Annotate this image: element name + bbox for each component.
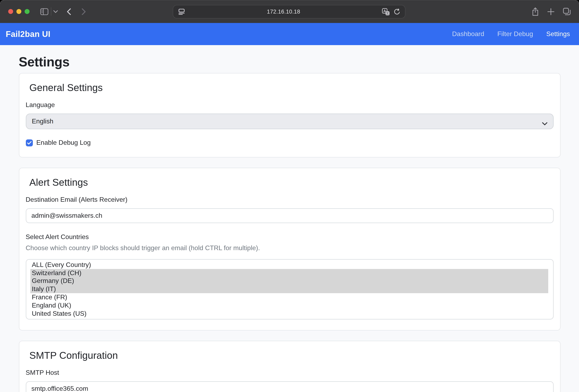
page-settings-icon[interactable] xyxy=(178,9,185,15)
alert-countries-listbox[interactable]: ALL (Every Country) Switzerland (CH) Ger… xyxy=(26,259,553,319)
destination-email-input[interactable] xyxy=(26,208,553,223)
chevron-down-icon[interactable] xyxy=(53,0,58,23)
zoom-window-button[interactable] xyxy=(25,9,30,14)
translate-icon[interactable]: A 文 xyxy=(382,8,390,15)
nav-link-filter-debug[interactable]: Filter Debug xyxy=(494,27,536,41)
close-window-button[interactable] xyxy=(8,9,13,14)
window-controls xyxy=(8,9,30,14)
share-icon[interactable] xyxy=(532,7,539,16)
country-option[interactable]: Germany (DE) xyxy=(30,277,548,285)
country-option[interactable]: England (UK) xyxy=(30,301,548,310)
toolbar-divider xyxy=(51,7,51,16)
chevron-down-icon xyxy=(542,120,547,127)
new-tab-icon[interactable] xyxy=(547,8,554,15)
url-text[interactable]: 172.16.10.18 xyxy=(185,9,382,15)
sidebar-icon[interactable] xyxy=(40,0,49,23)
safari-window: 172.16.10.18 A 文 xyxy=(0,0,579,392)
page-title: Settings xyxy=(19,55,560,69)
smtp-host-input[interactable] xyxy=(26,381,553,392)
language-select-value: English xyxy=(32,118,53,125)
destination-email-label: Destination Email (Alerts Receiver) xyxy=(26,196,553,203)
browser-toolbar: 172.16.10.18 A 文 xyxy=(0,0,579,23)
country-option[interactable]: United States (US) xyxy=(30,310,548,318)
country-option[interactable]: Switzerland (CH) xyxy=(30,269,548,277)
nav-link-dashboard[interactable]: Dashboard xyxy=(449,27,488,41)
country-option[interactable]: France (FR) xyxy=(30,293,548,301)
smtp-configuration-card: SMTP Configuration SMTP Host xyxy=(19,340,560,392)
address-bar[interactable]: 172.16.10.18 A 文 xyxy=(173,5,405,18)
back-icon[interactable] xyxy=(66,0,72,23)
forward-icon[interactable] xyxy=(80,0,87,23)
alert-settings-card: Alert Settings Destination Email (Alerts… xyxy=(19,168,560,330)
nav-link-settings[interactable]: Settings xyxy=(543,27,573,41)
brand[interactable]: Fail2ban UI xyxy=(6,29,51,39)
reload-icon[interactable] xyxy=(394,8,400,15)
smtp-host-label: SMTP Host xyxy=(26,368,553,376)
svg-text:文: 文 xyxy=(386,11,389,15)
country-option[interactable]: Italy (IT) xyxy=(30,285,548,293)
tab-overview-icon[interactable] xyxy=(563,8,571,15)
smtp-configuration-title: SMTP Configuration xyxy=(29,350,553,360)
general-settings-title: General Settings xyxy=(29,82,553,93)
alert-settings-title: Alert Settings xyxy=(29,177,553,187)
alert-countries-help: Choose which country IP blocks should tr… xyxy=(26,244,553,252)
alert-countries-label: Select Alert Countries xyxy=(26,233,553,241)
enable-debug-label[interactable]: Enable Debug Log xyxy=(36,139,91,146)
language-select[interactable]: English xyxy=(26,113,553,129)
nav-links: Dashboard Filter Debug Settings xyxy=(442,27,574,41)
general-settings-card: General Settings Language English xyxy=(19,73,560,158)
enable-debug-checkbox[interactable] xyxy=(26,139,33,146)
country-option[interactable]: ALL (Every Country) xyxy=(30,261,548,269)
app-navbar: Fail2ban UI Dashboard Filter Debug Setti… xyxy=(0,23,579,45)
minimize-window-button[interactable] xyxy=(16,9,21,14)
language-label: Language xyxy=(26,101,553,109)
